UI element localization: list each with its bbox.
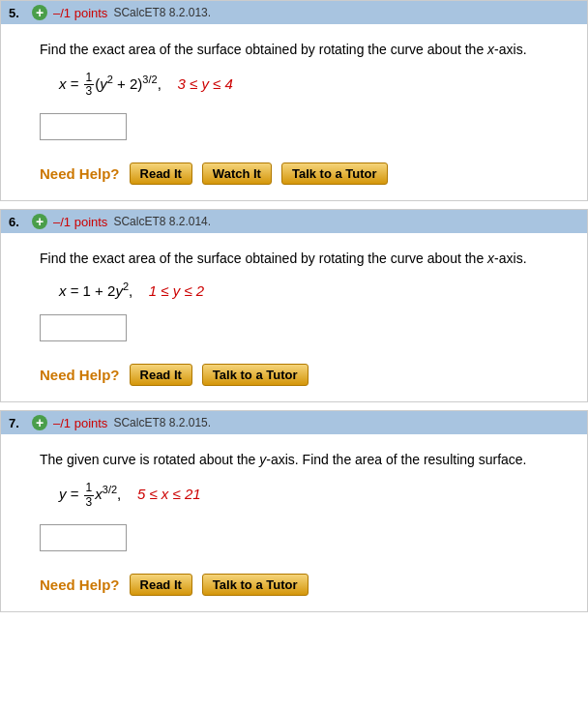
plus-icon-5: + — [32, 5, 47, 20]
question-5-ref: SCalcET8 8.2.013. — [113, 6, 211, 19]
question-5-help-row: Need Help? Read It Watch It Talk to a Tu… — [40, 162, 568, 185]
question-6-ref: SCalcET8 8.2.014. — [113, 215, 211, 228]
read-it-button-7[interactable]: Read It — [130, 574, 192, 596]
plus-icon-7: + — [32, 415, 47, 430]
question-5-number: 5. — [9, 6, 26, 20]
question-5-points: –/1 points — [53, 6, 107, 20]
question-7-instruction: The given curve is rotated about the y-a… — [40, 450, 568, 470]
question-6-help-row: Need Help? Read It Talk to a Tutor — [40, 364, 568, 386]
question-7-answer-input[interactable] — [40, 524, 127, 551]
question-7-header: 7. + –/1 points SCalcET8 8.2.015. — [1, 411, 587, 434]
question-6-math: x = 1 + 2y2, 1 ≤ y ≤ 2 — [59, 281, 568, 299]
question-5-instruction: Find the exact area of the surface obtai… — [40, 40, 568, 60]
question-6-body: Find the exact area of the surface obtai… — [1, 233, 587, 401]
talk-to-tutor-button-5[interactable]: Talk to a Tutor — [281, 162, 388, 185]
question-6-answer-input[interactable] — [40, 314, 127, 341]
question-5: 5. + –/1 points SCalcET8 8.2.013. Find t… — [0, 0, 588, 201]
read-it-button-5[interactable]: Read It — [130, 162, 192, 185]
question-6: 6. + –/1 points SCalcET8 8.2.014. Find t… — [0, 209, 588, 402]
plus-icon-6: + — [32, 214, 47, 229]
need-help-label-7: Need Help? — [40, 576, 120, 593]
question-6-points: –/1 points — [53, 215, 107, 229]
talk-to-tutor-button-6[interactable]: Talk to a Tutor — [202, 364, 309, 386]
read-it-button-6[interactable]: Read It — [130, 364, 192, 386]
question-7-number: 7. — [9, 416, 26, 430]
question-7-ref: SCalcET8 8.2.015. — [113, 416, 211, 429]
question-7: 7. + –/1 points SCalcET8 8.2.015. The gi… — [0, 410, 588, 611]
question-7-math: y = 1 3 x3/2, 5 ≤ x ≤ 21 — [59, 482, 568, 508]
question-5-body: Find the exact area of the surface obtai… — [1, 24, 587, 200]
question-5-answer-input[interactable] — [40, 113, 127, 140]
question-6-number: 6. — [9, 215, 26, 229]
need-help-label-5: Need Help? — [40, 165, 120, 182]
watch-it-button-5[interactable]: Watch It — [202, 162, 272, 185]
question-6-header: 6. + –/1 points SCalcET8 8.2.014. — [1, 210, 587, 233]
question-5-header: 5. + –/1 points SCalcET8 8.2.013. — [1, 1, 587, 24]
question-6-instruction: Find the exact area of the surface obtai… — [40, 249, 568, 269]
talk-to-tutor-button-7[interactable]: Talk to a Tutor — [202, 574, 309, 596]
need-help-label-6: Need Help? — [40, 367, 120, 383]
question-5-math: x = 1 3 (y2 + 2)3/2, 3 ≤ y ≤ 4 — [59, 72, 568, 98]
question-7-body: The given curve is rotated about the y-a… — [1, 434, 587, 610]
question-7-help-row: Need Help? Read It Talk to a Tutor — [40, 574, 568, 596]
question-7-points: –/1 points — [53, 416, 107, 430]
